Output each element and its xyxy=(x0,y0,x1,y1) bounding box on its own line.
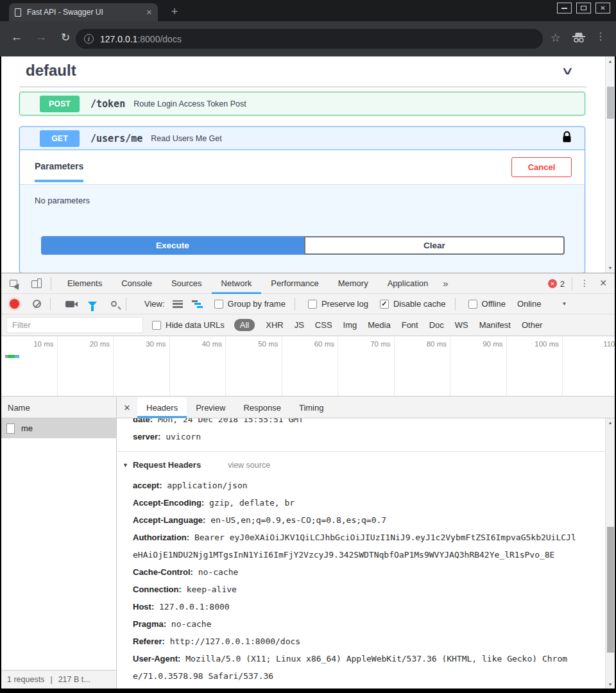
window-minimize-button[interactable] xyxy=(557,3,572,13)
scroll-down-icon[interactable]: ▼ xyxy=(606,682,615,687)
timeline-tick: 50 ms xyxy=(226,336,282,396)
request-name: me xyxy=(21,424,33,433)
device-toolbar-icon[interactable] xyxy=(31,278,42,289)
header-line: date: Mon, 24 Dec 2018 15:55:51 GMT xyxy=(133,418,577,428)
filter-type-other[interactable]: Other xyxy=(522,320,543,330)
network-filter-bar: Hide data URLs AllXHRJSCSSImgMediaFontDo… xyxy=(1,314,615,336)
filter-type-all[interactable]: All xyxy=(234,319,255,331)
devtools-tab-application[interactable]: Application xyxy=(378,273,438,294)
header-line: server: uvicorn xyxy=(133,428,577,445)
devtools-menu-icon[interactable]: ⋮ xyxy=(580,278,589,288)
scroll-down-icon[interactable]: ▼ xyxy=(606,266,615,270)
hide-data-urls-label[interactable]: Hide data URLs xyxy=(166,320,225,330)
forward-button[interactable]: → xyxy=(32,30,50,44)
filter-type-js[interactable]: JS xyxy=(295,320,304,330)
cancel-button[interactable]: Cancel xyxy=(511,157,572,177)
more-tabs-icon[interactable]: » xyxy=(438,278,453,289)
window-maximize-button[interactable] xyxy=(576,3,591,13)
clear-button[interactable]: Clear xyxy=(304,236,565,255)
console-error-indicator[interactable]: ✕ 2 xyxy=(548,273,565,294)
devtools-tab-console[interactable]: Console xyxy=(112,273,162,294)
network-toolbar: View: Group by frame Preserve log ✓ Disa… xyxy=(1,294,615,314)
detail-close-icon[interactable]: ✕ xyxy=(117,397,137,418)
filter-type-manifest[interactable]: Manifest xyxy=(479,320,511,330)
browser-menu-icon[interactable]: ⋮ xyxy=(595,30,606,42)
view-source-link[interactable]: view source xyxy=(228,461,270,470)
devtools-tab-performance[interactable]: Performance xyxy=(261,273,328,294)
filter-type-doc[interactable]: Doc xyxy=(429,320,444,330)
detail-tab-headers[interactable]: Headers xyxy=(137,397,187,418)
filter-type-img[interactable]: Img xyxy=(343,320,357,330)
throttling-select[interactable]: Online xyxy=(517,299,542,309)
endpoint-path: /token xyxy=(90,98,125,110)
header-value: en-US,en;q=0.9,es-CO;q=0.8,es;q=0.7 xyxy=(210,515,386,525)
parameters-tab[interactable]: Parameters xyxy=(35,161,83,171)
address-bar[interactable]: i 127.0.0.1:8000/docs xyxy=(76,29,543,49)
devtools-tab-elements[interactable]: Elements xyxy=(58,273,112,294)
preserve-log-checkbox[interactable] xyxy=(308,300,317,309)
page-scrollbar-thumb[interactable] xyxy=(607,87,614,119)
disable-cache-checkbox[interactable]: ✓ xyxy=(380,300,389,309)
detail-tab-timing[interactable]: Timing xyxy=(290,397,333,418)
waterfall-view-icon[interactable] xyxy=(192,300,203,308)
devtools-tab-sources[interactable]: Sources xyxy=(162,273,212,294)
disclosure-triangle-icon[interactable]: ▼ xyxy=(123,462,128,468)
get-summary-row[interactable]: GET /users/me Read Users Me Get xyxy=(20,127,585,150)
filter-funnel-icon[interactable] xyxy=(88,302,97,307)
name-column-header[interactable]: Name xyxy=(1,397,116,418)
window-close-button[interactable]: ✕ xyxy=(595,3,610,13)
scroll-up-icon[interactable]: ▲ xyxy=(606,420,615,425)
detail-tab-response[interactable]: Response xyxy=(234,397,290,418)
request-row[interactable]: me xyxy=(1,418,116,438)
filter-type-xhr[interactable]: XHR xyxy=(266,320,283,330)
devtools-tab-memory[interactable]: Memory xyxy=(329,273,378,294)
requests-panel: Name me 1 requests | 217 B t... xyxy=(1,397,117,689)
separator xyxy=(51,277,51,290)
request-headers-section[interactable]: ▼ Request Headers view source xyxy=(117,455,615,475)
group-by-frame-label[interactable]: Group by frame xyxy=(228,299,286,309)
screenshot-capture-icon[interactable] xyxy=(65,301,74,307)
bookmark-star-icon[interactable]: ☆ xyxy=(551,31,561,45)
filter-type-font[interactable]: Font xyxy=(402,320,418,330)
page-scrollbar[interactable]: ▲ ▼ xyxy=(605,56,615,273)
document-icon xyxy=(6,424,15,434)
opblock-post-token[interactable]: POST /token Route Login Access Token Pos… xyxy=(19,92,585,116)
network-overview-timeline[interactable]: 10 ms20 ms30 ms40 ms50 ms60 ms70 ms80 ms… xyxy=(1,336,615,397)
filter-type-ws[interactable]: WS xyxy=(455,320,468,330)
throttling-caret-icon[interactable]: ▼ xyxy=(561,301,567,307)
execute-button[interactable]: Execute xyxy=(41,236,304,255)
preserve-log-label[interactable]: Preserve log xyxy=(321,299,368,309)
browser-tab[interactable]: Fast API - Swagger UI ✕ xyxy=(9,3,158,21)
offline-label[interactable]: Offline xyxy=(482,299,506,309)
filter-type-media[interactable]: Media xyxy=(368,320,390,330)
clear-requests-icon[interactable] xyxy=(33,300,41,308)
filter-input[interactable] xyxy=(6,317,143,333)
site-info-icon[interactable]: i xyxy=(84,34,94,44)
devtools-close-icon[interactable]: ✕ xyxy=(599,278,607,288)
detail-scrollbar-thumb[interactable] xyxy=(607,527,614,653)
list-view-icon[interactable] xyxy=(173,300,183,308)
search-icon[interactable] xyxy=(111,301,117,307)
detail-scrollbar[interactable]: ▲ ▼ xyxy=(605,418,615,689)
header-value: no-cache xyxy=(198,567,239,577)
tab-close-icon[interactable]: ✕ xyxy=(146,8,152,17)
parameters-body: No parameters Execute Clear xyxy=(20,185,585,273)
offline-checkbox[interactable] xyxy=(468,300,477,309)
reload-button[interactable]: ↻ xyxy=(56,31,74,44)
request-headers-title: Request Headers xyxy=(133,460,201,470)
filter-type-css[interactable]: CSS xyxy=(315,320,332,330)
disable-cache-label[interactable]: Disable cache xyxy=(393,299,446,309)
auth-lock-icon[interactable] xyxy=(562,131,572,146)
group-by-frame-checkbox[interactable] xyxy=(214,300,223,309)
request-headers-list: accept: application/jsonAccept-Encoding:… xyxy=(117,475,615,685)
timeline-tick: 100 ms xyxy=(507,336,563,396)
scroll-up-icon[interactable]: ▲ xyxy=(606,59,615,64)
new-tab-button[interactable]: + xyxy=(167,4,182,20)
record-button[interactable] xyxy=(10,299,19,309)
detail-tab-preview[interactable]: Preview xyxy=(187,397,234,418)
back-button[interactable]: ← xyxy=(8,30,26,44)
section-chevron-down-icon[interactable]: ∨ xyxy=(560,64,574,78)
devtools-tab-network[interactable]: Network xyxy=(212,273,262,294)
inspect-element-icon[interactable] xyxy=(10,278,21,289)
hide-data-urls-checkbox[interactable] xyxy=(152,321,161,330)
